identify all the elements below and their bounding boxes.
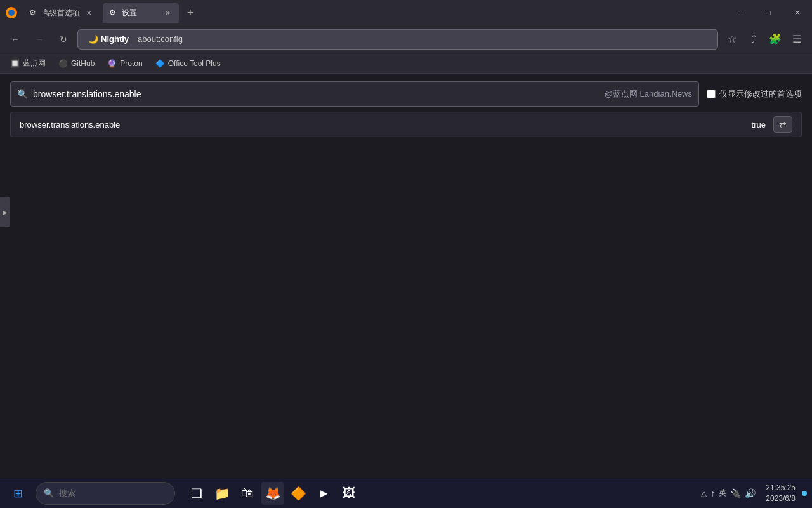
side-panel-toggle[interactable]: ▶ bbox=[0, 197, 10, 227]
firefox-taskbar-icon: 🦊 bbox=[265, 486, 281, 501]
tab-preferences-title: 高级首选项 bbox=[42, 8, 80, 18]
file-explorer-icon: 📁 bbox=[214, 486, 230, 501]
start-icon: ⊞ bbox=[13, 486, 23, 500]
titlebar-left: ⚙ 高级首选项 ✕ ⚙ 设置 ✕ + bbox=[5, 3, 724, 23]
forward-button[interactable]: → bbox=[29, 29, 49, 50]
overflow-menu-button[interactable]: ☰ bbox=[787, 29, 807, 50]
notification-dot bbox=[802, 491, 807, 496]
bookmarks-bar: 🔲 蓝点网 ⚫ GitHub 🔮 Proton 🔷 Office Tool Pl… bbox=[0, 53, 812, 74]
bookmark-proton-icon: 🔮 bbox=[107, 59, 117, 68]
taskbar-right: △ ↑ 英 🔌 🔊 21:35:25 2023/6/8 bbox=[701, 483, 807, 504]
page-content: 🔍 @蓝点网 Landian.News 仅显示修改过的首选项 browser.t… bbox=[0, 81, 812, 485]
bookmark-github[interactable]: ⚫ GitHub bbox=[53, 57, 100, 70]
clock-time: 21:35:25 bbox=[766, 483, 796, 493]
language-label[interactable]: 英 bbox=[719, 488, 726, 498]
sound-icon[interactable]: 🔊 bbox=[745, 488, 756, 498]
taskbar-icon-taskview[interactable]: ❑ bbox=[185, 482, 208, 505]
bookmark-button[interactable]: ☆ bbox=[722, 29, 742, 50]
tab-preferences-icon: ⚙ bbox=[29, 8, 38, 17]
address-bar[interactable]: 🌙 Nightly about:config bbox=[77, 29, 718, 50]
bookmark-landian-label: 蓝点网 bbox=[23, 58, 46, 69]
clock-date: 2023/6/8 bbox=[766, 493, 796, 504]
svg-point-1 bbox=[8, 10, 15, 16]
taskbar-icons: ❑ 📁 🛍 🦊 🔶 ▶ 🖼 bbox=[185, 482, 360, 505]
address-url: about:config bbox=[138, 34, 711, 44]
config-search-container: 🔍 @蓝点网 Landian.News bbox=[10, 81, 699, 107]
bookmark-office-label: Office Tool Plus bbox=[168, 59, 221, 68]
titlebar: ⚙ 高级首选项 ✕ ⚙ 设置 ✕ + ─ □ ✕ bbox=[0, 0, 812, 25]
taskbar-icon-firefox[interactable]: 🦊 bbox=[261, 482, 284, 505]
bookmark-office-icon: 🔷 bbox=[155, 59, 165, 68]
overflow-icon: ☰ bbox=[792, 33, 801, 45]
taskview-icon: ❑ bbox=[191, 486, 202, 501]
tab-preferences[interactable]: ⚙ 高级首选项 ✕ bbox=[23, 3, 100, 23]
antivirus-icon: 🔶 bbox=[291, 486, 306, 501]
bookmark-github-label: GitHub bbox=[71, 59, 95, 68]
config-pref-name: browser.translations.enable bbox=[20, 120, 752, 130]
taskbar-icon-antivirus[interactable]: 🔶 bbox=[287, 482, 310, 505]
bookmark-landian[interactable]: 🔲 蓝点网 bbox=[5, 56, 51, 70]
navbar-actions: ☆ ⤴ 🧩 ☰ bbox=[722, 29, 807, 50]
extensions-button[interactable]: 🧩 bbox=[765, 29, 785, 50]
bookmark-landian-icon: 🔲 bbox=[10, 59, 20, 68]
config-search-input[interactable] bbox=[33, 89, 599, 99]
share-button[interactable]: ⤴ bbox=[743, 29, 764, 50]
store-icon: 🛍 bbox=[241, 486, 254, 500]
window-controls: ─ □ ✕ bbox=[724, 0, 812, 25]
config-result-row: browser.translations.enable true ⇄ bbox=[10, 112, 802, 137]
photos-icon: 🖼 bbox=[343, 486, 355, 500]
taskbar-icon-terminal[interactable]: ▶ bbox=[312, 482, 335, 505]
bookmark-github-icon: ⚫ bbox=[58, 59, 68, 68]
terminal-icon: ▶ bbox=[320, 487, 327, 499]
bookmark-office-tool-plus[interactable]: 🔷 Office Tool Plus bbox=[150, 57, 226, 70]
config-toggle-button[interactable]: ⇄ bbox=[773, 116, 792, 133]
firefox-logo-icon bbox=[5, 6, 18, 19]
nightly-badge: 🌙 Nightly bbox=[84, 33, 133, 45]
start-button[interactable]: ⊞ bbox=[5, 481, 30, 506]
reload-icon: ↻ bbox=[60, 34, 67, 44]
taskbar: ⊞ 🔍 ❑ 📁 🛍 🦊 🔶 ▶ 🖼 △ ↑ 英 bbox=[0, 478, 812, 508]
taskbar-icon-photos[interactable]: 🖼 bbox=[337, 482, 360, 505]
minimize-button[interactable]: ─ bbox=[724, 0, 754, 25]
nightly-label: Nightly bbox=[101, 34, 129, 44]
tab-settings-close[interactable]: ✕ bbox=[162, 8, 173, 18]
navbar: ← → ↻ 🌙 Nightly about:config ☆ ⤴ 🧩 ☰ bbox=[0, 25, 812, 53]
back-icon: ← bbox=[11, 34, 20, 44]
extensions-icon: 🧩 bbox=[769, 33, 782, 45]
forward-icon: → bbox=[35, 34, 44, 44]
bookmark-icon: ☆ bbox=[728, 33, 737, 45]
show-hidden-icon[interactable]: △ bbox=[701, 489, 707, 498]
config-filter-checkbox[interactable] bbox=[707, 90, 716, 98]
share-icon: ⤴ bbox=[751, 34, 756, 45]
tab-settings-title: 设置 bbox=[122, 8, 159, 18]
config-search-hint: @蓝点网 Landian.News bbox=[605, 88, 692, 100]
back-button[interactable]: ← bbox=[5, 29, 25, 50]
config-pref-value: true bbox=[752, 120, 766, 130]
reload-button[interactable]: ↻ bbox=[53, 29, 74, 50]
taskbar-search-icon: 🔍 bbox=[44, 488, 54, 498]
nightly-icon: 🌙 bbox=[88, 34, 98, 44]
tab-preferences-close[interactable]: ✕ bbox=[84, 8, 94, 18]
tab-settings[interactable]: ⚙ 设置 ✕ bbox=[103, 3, 179, 23]
updates-icon[interactable]: ↑ bbox=[710, 488, 715, 498]
new-tab-button[interactable]: + bbox=[181, 4, 199, 22]
config-toggle-icon: ⇄ bbox=[779, 119, 787, 130]
bookmark-proton-label: Proton bbox=[120, 59, 142, 68]
taskbar-icon-store[interactable]: 🛍 bbox=[236, 482, 259, 505]
maximize-button[interactable]: □ bbox=[754, 0, 783, 25]
taskbar-clock[interactable]: 21:35:25 2023/6/8 bbox=[766, 483, 796, 504]
taskbar-search[interactable]: 🔍 bbox=[36, 482, 175, 505]
bookmark-proton[interactable]: 🔮 Proton bbox=[102, 57, 147, 70]
side-panel-chevron-icon: ▶ bbox=[3, 209, 8, 216]
config-filter-label: 仅显示修改过的首选项 bbox=[719, 88, 802, 100]
network-icon[interactable]: 🔌 bbox=[730, 488, 741, 498]
close-button[interactable]: ✕ bbox=[783, 0, 812, 25]
taskbar-sys-icons: △ ↑ 英 🔌 🔊 bbox=[701, 488, 756, 498]
taskbar-icon-file-explorer[interactable]: 📁 bbox=[211, 482, 233, 505]
config-filter-area: 仅显示修改过的首选项 bbox=[707, 88, 802, 100]
config-top-row: 🔍 @蓝点网 Landian.News 仅显示修改过的首选项 bbox=[10, 81, 802, 107]
taskbar-search-input[interactable] bbox=[59, 488, 160, 498]
config-search-icon: 🔍 bbox=[17, 89, 28, 99]
tab-settings-icon: ⚙ bbox=[109, 8, 118, 17]
